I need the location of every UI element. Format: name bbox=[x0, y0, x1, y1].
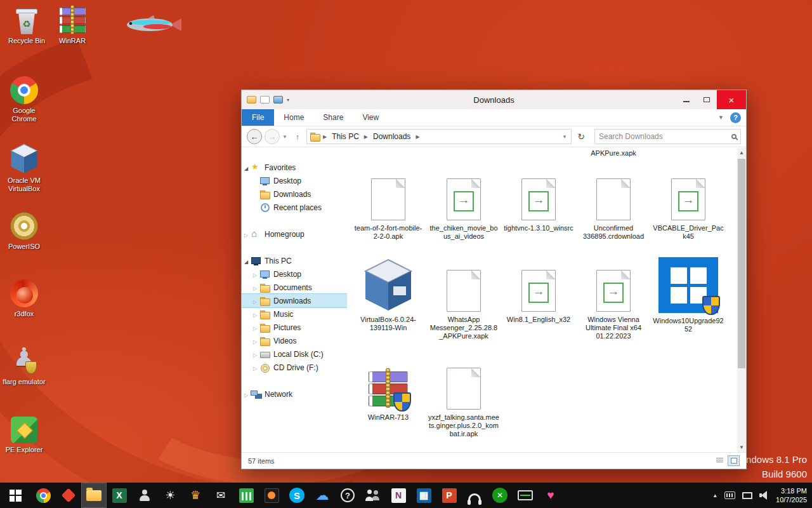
address-dropdown-caret-icon[interactable]: ▼ bbox=[562, 134, 568, 140]
breadcrumb-arrow-icon[interactable]: ▶ bbox=[364, 134, 368, 140]
partial-file-label[interactable]: APKPure.xapk bbox=[578, 149, 649, 157]
network-icon[interactable] bbox=[742, 492, 752, 499]
tab-view[interactable]: View bbox=[353, 109, 388, 126]
sidebar-item-downloads-selected[interactable]: Downloads bbox=[242, 294, 347, 307]
taskbar-user-app[interactable] bbox=[132, 483, 157, 508]
taskbar-photos-app[interactable] bbox=[259, 483, 284, 508]
scroll-up-arrow-icon[interactable]: ▲ bbox=[737, 148, 746, 157]
taskbar-chart-app[interactable] bbox=[233, 483, 259, 508]
taskbar-powerpoint[interactable]: P bbox=[436, 483, 462, 508]
taskbar-file-explorer[interactable] bbox=[81, 483, 107, 508]
sidebar-item-favorites[interactable]: Favorites bbox=[242, 161, 347, 174]
scrollbar-thumb[interactable] bbox=[738, 159, 745, 368]
file-item[interactable]: VirtualBox-6.0.24-139119-Win bbox=[353, 257, 424, 332]
desktop-icon-google-chrome[interactable]: Google Chrome bbox=[1, 75, 47, 123]
thumbnail-view-button[interactable] bbox=[728, 455, 740, 466]
twisty-collapsed-icon[interactable] bbox=[242, 230, 251, 239]
search-box[interactable] bbox=[594, 129, 741, 144]
sidebar-item-network[interactable]: Network bbox=[242, 387, 347, 401]
breadcrumb-arrow-icon[interactable]: ▶ bbox=[416, 134, 419, 140]
refresh-icon[interactable]: ↻ bbox=[574, 131, 588, 142]
sidebar-item-videos[interactable]: Videos bbox=[242, 334, 347, 347]
taskbar-monitor-app[interactable] bbox=[513, 483, 538, 508]
file-item[interactable]: yxzf_talking.santa.meets.ginger.plus.2.0… bbox=[428, 355, 499, 438]
minimize-button[interactable] bbox=[676, 90, 697, 109]
details-view-button[interactable] bbox=[714, 455, 726, 466]
show-hidden-icons-caret-icon[interactable]: ▲ bbox=[712, 493, 717, 498]
new-folder-icon[interactable] bbox=[260, 96, 270, 104]
file-item[interactable]: Windows Vienna Ultimate Final x64 01.22.… bbox=[578, 257, 649, 340]
taskbar-help-app[interactable]: ? bbox=[335, 483, 360, 508]
taskbar-health-app[interactable]: ♥ bbox=[538, 483, 563, 508]
taskbar-chrome[interactable] bbox=[30, 483, 56, 508]
sidebar-item-desktop[interactable]: Desktop bbox=[242, 267, 347, 281]
close-button[interactable]: × bbox=[717, 90, 746, 109]
address-bar[interactable]: ▶ This PC ▶ Downloads ▶ ▼ bbox=[306, 129, 572, 144]
desktop-icon-virtualbox[interactable]: Oracle VM VirtualBox bbox=[1, 145, 47, 193]
help-icon[interactable]: ? bbox=[730, 112, 741, 123]
twisty-collapsed-icon[interactable] bbox=[251, 337, 259, 345]
tab-share[interactable]: Share bbox=[313, 109, 353, 126]
history-caret-icon[interactable]: ▼ bbox=[282, 134, 289, 140]
taskbar-settings-app[interactable]: ☀ bbox=[157, 483, 183, 508]
twisty-collapsed-icon[interactable] bbox=[251, 323, 259, 332]
vertical-scrollbar[interactable]: ▲ ▼ bbox=[737, 148, 746, 452]
twisty-expanded-icon[interactable] bbox=[242, 257, 251, 265]
search-icon[interactable] bbox=[731, 134, 737, 139]
sidebar-item-cd-drive-f[interactable]: CD Drive (F:) bbox=[242, 361, 347, 374]
fish-image[interactable] bbox=[124, 14, 183, 36]
file-item[interactable]: WinRAR-713 bbox=[353, 355, 424, 422]
file-item[interactable]: team-of-2-fort-mobile-2-2-0.apk bbox=[353, 166, 424, 241]
twisty-collapsed-icon[interactable] bbox=[242, 390, 251, 399]
file-item[interactable]: Win8.1_English_x32 bbox=[503, 257, 574, 324]
folder-icon[interactable] bbox=[247, 96, 256, 104]
file-item[interactable]: Windows10Upgrade9252 bbox=[653, 257, 724, 333]
desktop-icon-flarg-emulator[interactable]: flarg emulator bbox=[1, 346, 47, 386]
title-bar[interactable]: Downloads ▾ × bbox=[242, 90, 746, 109]
sidebar-item-desktop[interactable]: Desktop bbox=[242, 174, 347, 187]
taskbar-calculator[interactable]: ▦ bbox=[411, 483, 436, 508]
taskbar-headset-app[interactable] bbox=[462, 483, 487, 508]
taskbar-red-app[interactable] bbox=[56, 483, 81, 508]
taskbar-cloud-app[interactable]: ☁ bbox=[310, 483, 335, 508]
desktop-icon-pe-explorer[interactable]: PE Explorer bbox=[1, 414, 47, 454]
sidebar-item-local-disk-c[interactable]: Local Disk (C:) bbox=[242, 347, 347, 361]
volume-icon[interactable] bbox=[759, 491, 769, 500]
twisty-collapsed-icon[interactable] bbox=[251, 363, 259, 372]
sidebar-item-documents[interactable]: Documents bbox=[242, 281, 347, 294]
file-item[interactable]: Unconfirmed 336895.crdownload bbox=[578, 166, 649, 241]
sidebar-item-pictures[interactable]: Pictures bbox=[242, 321, 347, 334]
sidebar-item-recent-places[interactable]: Recent places bbox=[242, 201, 347, 214]
desktop-icon-winrar[interactable]: WinRAR bbox=[49, 5, 95, 45]
touch-keyboard-icon[interactable] bbox=[724, 491, 735, 499]
breadcrumb-arrow-icon[interactable]: ▶ bbox=[323, 134, 327, 140]
taskbar-games-app[interactable]: ♛ bbox=[183, 483, 208, 508]
back-button[interactable]: ← bbox=[247, 129, 262, 144]
search-input[interactable] bbox=[599, 132, 731, 141]
twisty-collapsed-icon[interactable] bbox=[251, 283, 259, 292]
expand-ribbon-caret-icon[interactable]: ▼ bbox=[718, 114, 724, 121]
file-item[interactable]: tightvnc-1.3.10_winsrc bbox=[503, 166, 574, 232]
taskbar-people-app[interactable] bbox=[360, 483, 386, 508]
file-item[interactable]: WhatsApp Messenger_2.25.28.8_APKPure.xap… bbox=[428, 257, 499, 340]
sidebar-item-this-pc[interactable]: This PC bbox=[242, 254, 347, 267]
tab-home[interactable]: Home bbox=[274, 109, 313, 126]
sidebar-item-music[interactable]: Music bbox=[242, 307, 347, 321]
clock[interactable]: 3:18 PM 10/7/2025 bbox=[776, 486, 807, 504]
forward-button[interactable]: → bbox=[265, 129, 280, 144]
breadcrumb-downloads[interactable]: Downloads bbox=[370, 132, 413, 141]
taskbar-excel[interactable]: X bbox=[107, 483, 132, 508]
tab-file[interactable]: File bbox=[242, 109, 274, 126]
twisty-expanded-icon[interactable] bbox=[242, 163, 251, 172]
start-button[interactable] bbox=[0, 483, 30, 508]
sidebar-item-homegroup[interactable]: Homegroup bbox=[242, 227, 347, 241]
twisty-collapsed-icon[interactable] bbox=[251, 310, 259, 319]
up-button[interactable]: ↑ bbox=[291, 132, 304, 142]
file-item[interactable]: VBCABLE_Driver_Pack45 bbox=[653, 166, 724, 241]
breadcrumb-this-pc[interactable]: This PC bbox=[329, 132, 362, 141]
twisty-collapsed-icon[interactable] bbox=[251, 297, 259, 305]
sidebar-item-downloads[interactable]: Downloads bbox=[242, 187, 347, 201]
taskbar-onenote[interactable]: N bbox=[386, 483, 411, 508]
twisty-collapsed-icon[interactable] bbox=[251, 350, 259, 359]
desktop-icon-r3dfox[interactable]: r3dfox bbox=[1, 278, 47, 318]
